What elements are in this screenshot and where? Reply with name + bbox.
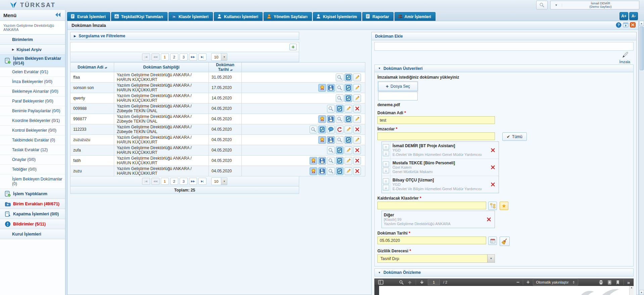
open-button[interactable] (336, 105, 343, 113)
scroll-up-icon[interactable]: ▲ (631, 286, 633, 289)
tab-raporlar[interactable]: Raporlar (362, 12, 393, 21)
pager-page-3[interactable]: 3 (180, 178, 188, 185)
pdf-zoom-select[interactable]: Otomatik yakınlaştır (533, 279, 578, 286)
edit-button[interactable] (353, 136, 361, 144)
open-button[interactable] (336, 157, 343, 165)
pdf-zoom-out-icon[interactable]: − (516, 279, 519, 285)
page-size-select[interactable]: 10▼ (211, 177, 228, 185)
edit-button[interactable] (344, 126, 352, 133)
move-up-button[interactable]: ↑ (383, 144, 389, 150)
open-button[interactable] (344, 115, 352, 123)
open-button[interactable] (344, 74, 352, 81)
page-scrollbar[interactable]: ▲ ▼ (639, 21, 644, 295)
choose-file-button[interactable]: + Dosya Seç (378, 82, 418, 91)
doc-name-input[interactable] (377, 116, 495, 124)
open-button[interactable] (344, 94, 352, 102)
save-button[interactable] (318, 157, 326, 165)
sidebar-subitem-taslak-evraklar-12[interactable]: Taslak Evraklar (12) (0, 145, 65, 155)
open-button[interactable] (344, 84, 352, 92)
pager-prev-button[interactable]: ◀◀ (151, 178, 159, 185)
save-button[interactable] (327, 84, 335, 92)
pdf-scrollbar[interactable]: ▲▼ (629, 286, 634, 295)
scroll-up-icon[interactable]: ▲ (639, 21, 644, 26)
remove-folder-button[interactable] (483, 211, 495, 228)
pager-page-1[interactable]: 1 (161, 178, 169, 185)
calendar-button[interactable] (488, 237, 497, 245)
privacy-select[interactable]: Tasnif Dışı ▼ (377, 254, 495, 263)
pager-first-button[interactable]: |◀ (142, 178, 150, 185)
sidebar-item-birim-evraklar-49-671[interactable]: Birim Evrakları (49/671) (0, 199, 65, 209)
font-decrease-button[interactable]: A- (629, 12, 638, 20)
seal-button[interactable] (310, 167, 317, 175)
undo-button[interactable] (336, 126, 343, 133)
scroll-down-icon[interactable]: ▼ (639, 290, 644, 295)
open-button[interactable] (336, 146, 343, 154)
pager-page-1[interactable]: 1 (161, 53, 169, 60)
sidebar-collapse-icon[interactable] (54, 12, 62, 18)
collapse-panel-icon[interactable] (623, 22, 629, 29)
pdf-download-icon[interactable] (607, 280, 612, 285)
seal-button[interactable] (318, 84, 326, 92)
doc-date-input[interactable] (377, 237, 486, 244)
pdf-search-icon[interactable] (399, 280, 404, 285)
tab-y-netim-sayfalar[interactable]: Yönetim Sayfaları (264, 12, 312, 21)
tab-te-kilat-ki-i-tan-mlar[interactable]: Teşkilat/Kişi Tanımları (111, 12, 168, 21)
column-header-dok-man-adi[interactable]: Doküman Adi▴▾ (71, 62, 114, 72)
clear-date-button[interactable] (500, 237, 510, 246)
pager-prev-button[interactable]: ◀◀ (151, 53, 159, 60)
save-button[interactable] (327, 115, 335, 123)
tab-klas-r-i-lemleri[interactable]: Klasör İşlemleri (169, 12, 213, 21)
pdf-print-icon[interactable] (598, 280, 604, 285)
sidebar-item-ki-isel-ar-iv[interactable]: ▶Kişisel Arşiv (0, 45, 65, 55)
add-document-button[interactable]: + (289, 44, 297, 50)
seal-button[interactable] (318, 115, 326, 123)
preview-section-toggle[interactable]: ▼ Doküman Önizleme (374, 268, 634, 277)
sidebar-subitem-tebli-ler-0-0[interactable]: Tebliğler (0/0) (0, 165, 65, 174)
edit-button[interactable] (344, 167, 352, 175)
edit-button[interactable] (344, 157, 352, 165)
help-icon[interactable]: ? (616, 22, 622, 29)
edit-button[interactable] (353, 84, 361, 92)
edit-button[interactable] (353, 115, 361, 123)
remove-signer-button[interactable] (487, 176, 499, 193)
pdf-page-input[interactable] (428, 279, 440, 285)
pager-page-2[interactable]: 2 (170, 53, 178, 60)
sidebar-item-kapatma-i-lemleri-0-0[interactable]: Kapatma İşlemleri (0/0) (0, 209, 65, 219)
font-increase-button[interactable]: A+ (619, 12, 628, 20)
page-size-select[interactable]: 10▼ (211, 53, 228, 61)
edit-button[interactable] (353, 74, 361, 81)
search-button[interactable] (336, 74, 343, 81)
sidebar-item-kurul-i-lemleri[interactable]: Kurul İşlemleri (0, 229, 65, 239)
seal-button[interactable] (318, 136, 326, 144)
comment-button[interactable] (327, 126, 335, 133)
select-all-signers-button[interactable]: ✔ Tümü (502, 132, 527, 141)
search-button[interactable] (327, 157, 335, 165)
move-up-button[interactable]: ↑ (383, 161, 389, 167)
filter-section-toggle[interactable]: ▶ Sorgulama ve Filtreleme (70, 32, 299, 40)
search-button[interactable] (336, 115, 343, 123)
seal-button[interactable] (310, 157, 317, 165)
pager-last-button[interactable]: ▶| (198, 178, 206, 185)
column-header-dok-man-tarihi[interactable]: Doküman Tarihi▴▾ (209, 62, 242, 72)
pager-last-button[interactable]: ▶| (198, 53, 206, 60)
sidebar-subitem-takibimdeki-evraklar-0[interactable]: Takibimdeki Evraklar (0) (0, 135, 65, 145)
pdf-sidebar-toggle-icon[interactable] (378, 280, 383, 285)
search-button[interactable] (327, 167, 335, 175)
global-search-button[interactable] (536, 1, 548, 9)
sidebar-item-i-lem-yapt-klar-m[interactable]: İşlem Yaptıklarım (0, 189, 65, 199)
sidebar-subitem-i-mza-bekleyenler-0-0[interactable]: İmza Bekleyenler (0/0) (0, 77, 65, 87)
tab-evrak-i-lemleri[interactable]: Evrak İşlemleri (67, 12, 110, 21)
upload-dropzone[interactable] (378, 92, 418, 100)
delete-button[interactable] (353, 146, 361, 154)
open-button[interactable] (336, 167, 343, 175)
pdf-page-up-icon[interactable] (407, 280, 412, 285)
folders-input[interactable] (377, 202, 486, 209)
sidebar-item-i-lem-bekleyen-evraklar-0-14[interactable]: İşlem Bekleyen Evraklar (0/14) (0, 55, 65, 67)
edit-button[interactable] (344, 146, 352, 154)
save-button[interactable] (318, 167, 326, 175)
delete-button[interactable] (353, 167, 361, 175)
pager-next-button[interactable]: ▶▶ (189, 53, 197, 60)
move-down-button[interactable]: ↓ (383, 168, 389, 173)
move-down-button[interactable]: ↓ (383, 151, 389, 156)
user-menu[interactable]: ▼ İsmail DEMİR (Demo Sayfası) (550, 1, 639, 9)
